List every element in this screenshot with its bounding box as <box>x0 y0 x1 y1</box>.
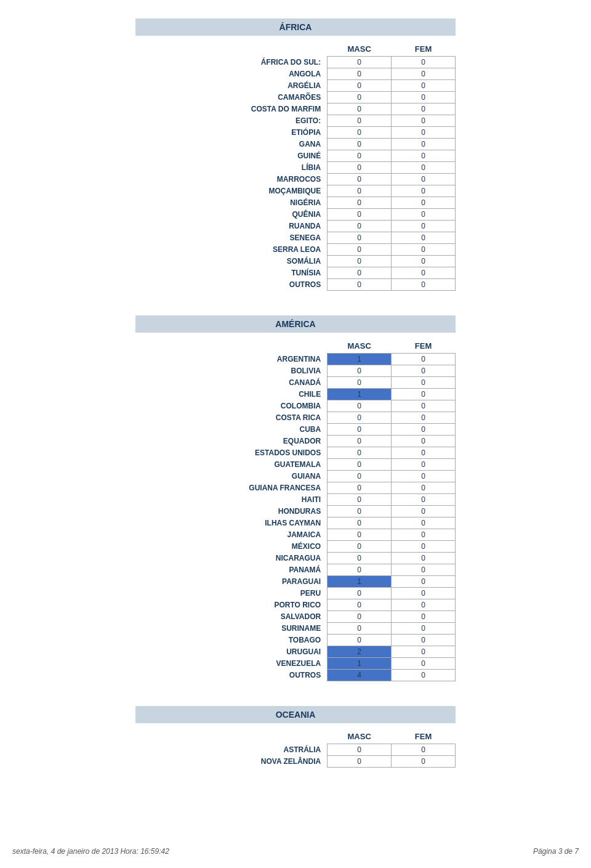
table-row: TUNÍSIA00 <box>135 267 456 279</box>
table-oceania: MASCFEMASTRÁLIA00NOVA ZELÂNDIA00 <box>135 729 456 768</box>
table-row: CHILE10 <box>135 389 456 400</box>
table-row: MARROCOS00 <box>135 174 456 185</box>
cell-masc: 0 <box>328 424 392 436</box>
cell-fem: 0 <box>392 162 456 174</box>
table-row: SENEGA00 <box>135 232 456 244</box>
table-row: ASTRÁLIA00 <box>135 744 456 756</box>
row-label: PERU <box>135 588 328 599</box>
row-label: EGITO: <box>135 115 328 127</box>
cell-masc: 0 <box>328 400 392 412</box>
table-row: TOBAGO00 <box>135 635 456 646</box>
cell-fem: 0 <box>392 267 456 279</box>
section-africa: ÁFRICAMASCFEMÁFRICA DO SUL:00ANGOLA00ARG… <box>135 18 456 291</box>
table-row: ARGÉLIA00 <box>135 80 456 92</box>
table-row: ARGENTINA10 <box>135 354 456 365</box>
cell-masc: 1 <box>328 389 392 400</box>
col-header-fem: FEM <box>392 339 456 354</box>
cell-masc: 0 <box>328 611 392 623</box>
row-label: CUBA <box>135 424 328 436</box>
cell-fem: 0 <box>392 482 456 494</box>
footer: sexta-feira, 4 de janeiro de 2013 Hora: … <box>12 847 579 856</box>
cell-fem: 0 <box>392 436 456 447</box>
table-row: ETIÓPIA00 <box>135 127 456 139</box>
row-label: SENEGA <box>135 232 328 244</box>
table-row: MOÇAMBIQUE00 <box>135 185 456 197</box>
cell-masc: 0 <box>328 482 392 494</box>
cell-masc: 1 <box>328 354 392 365</box>
table-row: MÉXICO00 <box>135 541 456 553</box>
table-row: VENEZUELA10 <box>135 658 456 670</box>
cell-fem: 0 <box>392 611 456 623</box>
table-row: NIGÉRIA00 <box>135 197 456 209</box>
cell-fem: 0 <box>392 256 456 267</box>
table-row: CAMARÕES00 <box>135 92 456 103</box>
cell-masc: 0 <box>328 635 392 646</box>
footer-right: Página 3 de 7 <box>533 847 579 856</box>
table-row: GANA00 <box>135 139 456 150</box>
col-header-masc: MASC <box>328 42 392 57</box>
cell-fem: 0 <box>392 529 456 541</box>
table-row: COSTA RICA00 <box>135 412 456 424</box>
page-content: ÁFRICAMASCFEMÁFRICA DO SUL:00ANGOLA00ARG… <box>135 12 456 768</box>
row-label: CAMARÕES <box>135 92 328 103</box>
cell-masc: 0 <box>328 150 392 162</box>
cell-fem: 0 <box>392 365 456 377</box>
table-row: SALVADOR00 <box>135 611 456 623</box>
cell-masc: 0 <box>328 92 392 103</box>
table-row: BOLIVIA00 <box>135 365 456 377</box>
table-row: CANADÁ00 <box>135 377 456 389</box>
cell-masc: 0 <box>328 221 392 232</box>
row-label: GUATEMALA <box>135 459 328 471</box>
table-row: ÁFRICA DO SUL:00 <box>135 57 456 68</box>
table-row: ESTADOS UNIDOS00 <box>135 447 456 459</box>
cell-fem: 0 <box>392 68 456 80</box>
cell-fem: 0 <box>392 658 456 670</box>
row-label: PARAGUAI <box>135 576 328 588</box>
table-row: RUANDA00 <box>135 221 456 232</box>
cell-masc: 0 <box>328 209 392 221</box>
cell-masc: 0 <box>328 564 392 576</box>
table-row: SERRA LEOA00 <box>135 244 456 256</box>
cell-fem: 0 <box>392 174 456 185</box>
cell-fem: 0 <box>392 424 456 436</box>
cell-fem: 0 <box>392 80 456 92</box>
cell-fem: 0 <box>392 389 456 400</box>
cell-masc: 0 <box>328 57 392 68</box>
table-row: CUBA00 <box>135 424 456 436</box>
table-row: JAMAICA00 <box>135 529 456 541</box>
cell-fem: 0 <box>392 670 456 681</box>
cell-masc: 0 <box>328 139 392 150</box>
row-label: BOLIVIA <box>135 365 328 377</box>
cell-fem: 0 <box>392 588 456 599</box>
row-label: CANADÁ <box>135 377 328 389</box>
table-row: NOVA ZELÂNDIA00 <box>135 756 456 768</box>
cell-fem: 0 <box>392 197 456 209</box>
cell-fem: 0 <box>392 623 456 635</box>
cell-fem: 0 <box>392 494 456 506</box>
cell-masc: 0 <box>328 756 392 768</box>
cell-fem: 0 <box>392 57 456 68</box>
row-label: SALVADOR <box>135 611 328 623</box>
cell-fem: 0 <box>392 103 456 115</box>
cell-fem: 0 <box>392 377 456 389</box>
row-label: GUIANA FRANCESA <box>135 482 328 494</box>
cell-masc: 0 <box>328 447 392 459</box>
table-row: GUIANA FRANCESA00 <box>135 482 456 494</box>
row-label: OUTROS <box>135 670 328 681</box>
cell-masc: 0 <box>328 244 392 256</box>
cell-fem: 0 <box>392 150 456 162</box>
row-label: PANAMÁ <box>135 564 328 576</box>
cell-masc: 0 <box>328 103 392 115</box>
cell-masc: 0 <box>328 162 392 174</box>
cell-masc: 0 <box>328 436 392 447</box>
table-row: QUÊNIA00 <box>135 209 456 221</box>
table-row: ILHAS CAYMAN00 <box>135 517 456 529</box>
section-america: AMÉRICAMASCFEMARGENTINA10BOLIVIA00CANADÁ… <box>135 315 456 681</box>
section-header-africa: ÁFRICA <box>135 18 456 36</box>
row-label: HONDURAS <box>135 506 328 517</box>
col-header-fem: FEM <box>392 729 456 744</box>
row-label: COLOMBIA <box>135 400 328 412</box>
row-label: ASTRÁLIA <box>135 744 328 756</box>
table-africa: MASCFEMÁFRICA DO SUL:00ANGOLA00ARGÉLIA00… <box>135 42 456 291</box>
row-label: MOÇAMBIQUE <box>135 185 328 197</box>
